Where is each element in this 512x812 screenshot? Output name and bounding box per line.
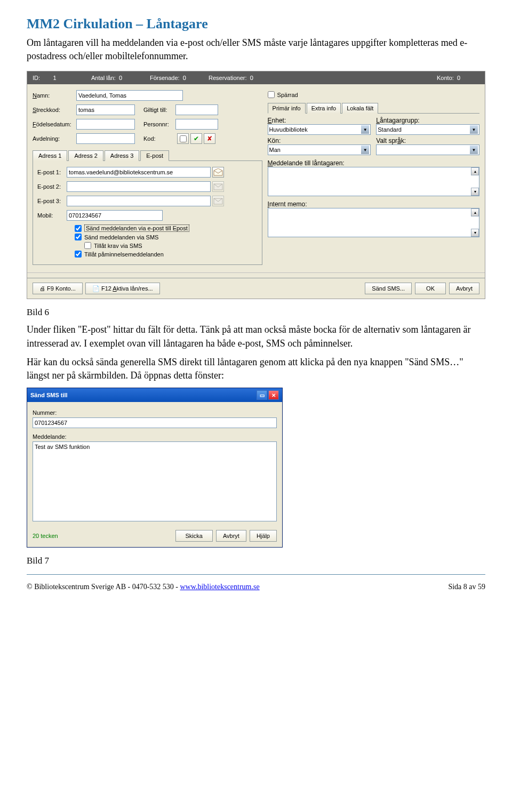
namn-label: Namn: xyxy=(33,92,76,99)
kon-label: Kön: xyxy=(268,137,371,144)
para2: Under fliken "E-post" hittar du fält för… xyxy=(27,323,485,350)
meddelande-label: Meddelande: xyxy=(33,433,277,440)
ok-button[interactable]: OK xyxy=(415,283,446,294)
cb-paminnelse[interactable] xyxy=(75,251,82,258)
scroll-down-icon[interactable]: ▾ xyxy=(471,188,479,196)
chevron-down-icon: ▼ xyxy=(470,146,478,154)
memo-textarea[interactable]: ▴▾ xyxy=(268,208,479,237)
epost1-input[interactable] xyxy=(67,167,211,178)
fodelse-label: Födelsedatum: xyxy=(33,121,76,127)
enhet-select[interactable]: Huvudbibliotek▼ xyxy=(268,124,371,135)
avdelning-label: Avdelning: xyxy=(33,135,76,142)
minimize-icon[interactable]: ▭ xyxy=(257,390,267,400)
id-label: ID: xyxy=(33,75,40,81)
id-value: 1 xyxy=(53,75,57,81)
meddelande-label: Meddelande till låntagaren: xyxy=(268,159,479,167)
close-icon[interactable]: ✕ xyxy=(268,390,279,400)
envelope-icon-2[interactable] xyxy=(212,196,224,206)
res-value: 0 xyxy=(250,75,253,81)
antal-label: Antal lån: xyxy=(91,75,116,81)
envelope-open-icon[interactable] xyxy=(212,167,224,178)
caption-bild7: Bild 7 xyxy=(27,556,485,566)
envelope-icon[interactable] xyxy=(212,181,224,192)
tab-epost[interactable]: E-post xyxy=(140,150,169,161)
mobil-label: Mobil: xyxy=(37,212,67,219)
giltigt-input[interactable] xyxy=(175,104,218,115)
scroll-down-icon[interactable]: ▾ xyxy=(471,229,479,237)
char-counter: 20 tecken xyxy=(33,533,58,539)
cb-epost-label: Sänd meddelanden via e-post till Epost xyxy=(84,224,189,232)
kod-checkbox-icon[interactable] xyxy=(177,133,189,144)
chevron-down-icon: ▼ xyxy=(470,125,478,134)
personnr-input[interactable] xyxy=(175,119,218,130)
meddelande-textarea[interactable] xyxy=(33,441,277,521)
document-icon: 📄 xyxy=(92,285,100,292)
dialog-title: Sänd SMS till xyxy=(30,392,68,398)
cross-icon[interactable]: ✘ xyxy=(204,133,215,144)
personnr-label: Personnr: xyxy=(143,121,175,127)
cb-krav-sms[interactable] xyxy=(84,242,91,249)
intro-paragraph: Om låntagaren vill ha meddelanden via e-… xyxy=(27,36,485,63)
skicka-button[interactable]: Skicka xyxy=(175,530,213,542)
cb-epost[interactable] xyxy=(75,225,82,232)
epost1-label: E-post 1: xyxy=(37,169,67,175)
tab-primar[interactable]: Primär info xyxy=(268,103,306,114)
cb-sms-label: Sänd meddelanden via SMS xyxy=(84,234,158,240)
status-bar: ID: 1 Antal lån: 0 Försenade: 0 Reservat… xyxy=(27,71,485,84)
nummer-label: Nummer: xyxy=(33,409,277,416)
f12-aktiva-button[interactable]: 📄 F12 Aktiva lån/res... xyxy=(85,283,160,294)
chevron-down-icon: ▼ xyxy=(361,125,369,134)
check-icon[interactable]: ✔ xyxy=(190,133,202,144)
caption-bild6: Bild 6 xyxy=(27,307,485,318)
sprak-select[interactable]: ▼ xyxy=(376,144,479,155)
f9-konto-button[interactable]: 🖨 F9 Konto... xyxy=(33,283,83,294)
grupp-select[interactable]: Standard▼ xyxy=(376,124,479,135)
cb-paminnelse-label: Tillåt påminnelsemeddelanden xyxy=(84,251,164,258)
tab-lokala[interactable]: Lokala fält xyxy=(342,103,378,114)
para3: Här kan du också sända generella SMS dir… xyxy=(27,356,485,382)
scroll-up-icon[interactable]: ▴ xyxy=(471,167,479,175)
kon-select[interactable]: Man▼ xyxy=(268,144,371,155)
grupp-label: Låntagargrupp: xyxy=(376,117,479,124)
epost2-input[interactable] xyxy=(67,181,211,192)
fors-label: Försenade: xyxy=(150,75,180,81)
tab-adress2[interactable]: Adress 2 xyxy=(68,150,103,161)
page-title: MM2 Cirkulation – Låntagare xyxy=(27,16,485,32)
send-sms-dialog: Sänd SMS till ▭ ✕ Nummer: Meddelande: 20… xyxy=(27,388,283,548)
footer-link[interactable]: www.bibliotekscentrum.se xyxy=(180,583,260,591)
streckkod-input[interactable] xyxy=(76,104,135,115)
chevron-down-icon: ▼ xyxy=(361,146,369,154)
fodelse-input[interactable] xyxy=(76,119,135,130)
divider xyxy=(27,574,485,575)
sand-sms-button[interactable]: Sänd SMS... xyxy=(365,283,412,294)
meddelande-textarea[interactable]: ▴▾ xyxy=(268,167,479,196)
tab-adress1[interactable]: Adress 1 xyxy=(33,150,67,161)
cb-sms[interactable] xyxy=(75,234,82,240)
giltigt-label: Giltigt till: xyxy=(143,107,175,113)
scroll-up-icon[interactable]: ▴ xyxy=(471,208,479,216)
avdelning-input[interactable] xyxy=(76,133,135,144)
borrower-form-screenshot: ID: 1 Antal lån: 0 Försenade: 0 Reservat… xyxy=(27,71,485,299)
tab-adress3[interactable]: Adress 3 xyxy=(105,150,139,161)
epost3-input[interactable] xyxy=(67,196,211,206)
konto-value: 0 xyxy=(457,75,460,81)
avbryt-button[interactable]: Avbryt xyxy=(449,283,479,294)
konto-label: Konto: xyxy=(437,75,454,81)
sprak-label: Valt språk: xyxy=(376,137,479,144)
kod-label: Kod: xyxy=(143,135,175,142)
nummer-input[interactable] xyxy=(33,417,277,428)
antal-value: 0 xyxy=(119,75,122,81)
avbryt-button-2[interactable]: Avbryt xyxy=(216,530,246,542)
res-label: Reservationer: xyxy=(209,75,247,81)
cb-sparrad[interactable] xyxy=(268,91,275,98)
epost3-label: E-post 3: xyxy=(37,198,67,204)
cb-krav-sms-label: Tillåt krav via SMS xyxy=(94,243,142,249)
hjalp-button[interactable]: Hjälp xyxy=(250,530,277,542)
enhet-label: Enhet: xyxy=(268,117,371,124)
memo-label: Internt memo: xyxy=(268,200,479,208)
epost2-label: E-post 2: xyxy=(37,183,67,190)
tab-extra[interactable]: Extra info xyxy=(307,103,341,114)
namn-input[interactable] xyxy=(76,90,183,101)
mobil-input[interactable] xyxy=(67,210,163,221)
fors-value: 0 xyxy=(183,75,186,81)
